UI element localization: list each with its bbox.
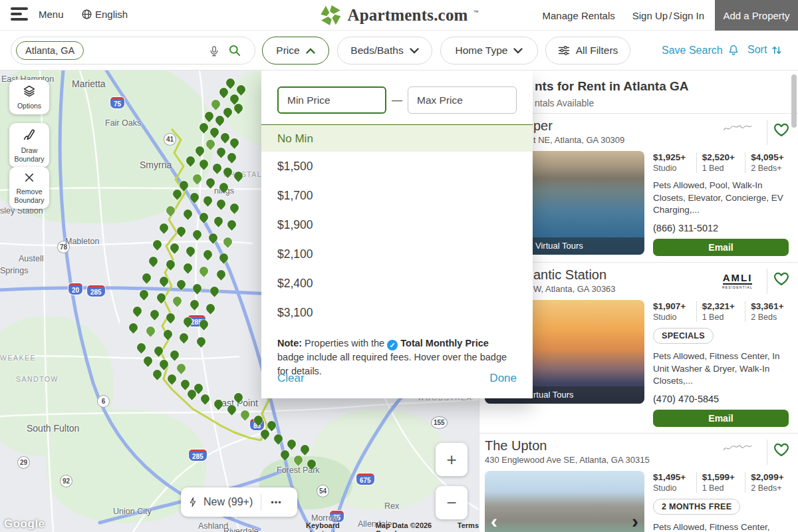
beds-baths-filter-button[interactable]: Beds/Baths — [337, 37, 432, 65]
new-listings-button[interactable]: New (99+) ••• — [181, 487, 297, 517]
email-button[interactable]: Email — [653, 239, 789, 256]
more-options-icon[interactable]: ••• — [267, 497, 286, 507]
divider — [696, 472, 697, 493]
listing-title[interactable]: The Upton — [485, 438, 650, 454]
phone-number[interactable]: (866) 311-5012 — [653, 223, 789, 233]
hamburger-menu-icon[interactable] — [11, 7, 29, 23]
special-offer-badge: SPECIALS — [653, 328, 714, 344]
min-price-input[interactable] — [277, 86, 386, 114]
total-monthly-price-badge-icon: ✓ — [387, 340, 398, 350]
search-icon[interactable] — [228, 44, 241, 60]
listing-photo[interactable]: ‹› — [485, 471, 644, 532]
price-cell: $2,520+1 Bed — [702, 152, 740, 173]
phone-number[interactable]: (470) 470-5845 — [653, 394, 789, 404]
amli-logo: AMLIRESIDENTIAL — [717, 272, 758, 290]
price-value: $4,095+ — [751, 152, 789, 162]
map-data-attribution[interactable]: Map Data ©2026 Google — [376, 521, 447, 532]
price-option[interactable]: $2,100 — [261, 239, 533, 269]
all-filters-button[interactable]: All Filters — [545, 37, 630, 65]
language-selector[interactable]: English — [95, 9, 128, 20]
apartments-search-page: Menu English Apartments.com™ Manage Rent… — [0, 0, 798, 532]
sign-in-link[interactable]: Sign In — [673, 10, 704, 21]
price-value: $2,321+ — [702, 301, 740, 311]
sign-up-link[interactable]: Sign Up — [632, 10, 668, 21]
map-attribution: Keyboard shortcutsMap Data ©2026 GoogleT… — [306, 521, 479, 532]
map-place-label: Rex — [384, 501, 399, 511]
unit-type-label: Studio — [653, 164, 691, 173]
price-row: $1,495+Studio$1,599+1 Bed$2,099+2 Beds+ — [653, 472, 789, 493]
sort-link[interactable]: Sort — [747, 44, 782, 56]
special-offer-badge: 2 MONTHS FREE — [653, 499, 740, 515]
highway-shield: 54 — [317, 485, 329, 497]
apartments-logo[interactable]: Apartments.com™ — [319, 4, 478, 27]
carousel-next-icon[interactable]: › — [632, 511, 638, 531]
done-button[interactable]: Done — [489, 372, 517, 385]
listing-address: W, Atlanta, GA 30363 — [533, 284, 616, 294]
save-search-link[interactable]: Save Search — [662, 44, 739, 57]
amenities-text: Pets Allowed, Pool, Walk-In Closets, Ele… — [653, 180, 789, 217]
listing-brand-logo — [717, 443, 758, 456]
chevron-down-icon — [513, 48, 523, 54]
listing-brand-logo — [717, 123, 758, 136]
highway-shield: 29 — [17, 456, 30, 469]
divider — [767, 440, 767, 465]
sort-arrows-icon — [771, 45, 782, 56]
price-option[interactable]: $3,100 — [261, 298, 533, 327]
zoom-out-button[interactable]: − — [436, 486, 467, 519]
pinwheel-icon — [319, 4, 342, 27]
location-chip[interactable]: Atlanta, GA — [16, 41, 84, 60]
zoom-in-button[interactable]: + — [436, 443, 467, 476]
remove-boundary-button[interactable]: RemoveBoundary — [9, 167, 49, 209]
menu-label[interactable]: Menu — [39, 9, 64, 20]
divider — [745, 152, 745, 173]
carousel-prev-icon[interactable]: ‹ — [491, 511, 497, 531]
price-value: $1,599+ — [702, 472, 740, 482]
price-range-separator: — — [386, 94, 408, 106]
terms-link[interactable]: Terms — [458, 521, 479, 532]
add-property-button[interactable]: Add a Property — [715, 0, 798, 31]
highway-shield: 285 — [87, 285, 105, 297]
microphone-icon[interactable] — [208, 44, 220, 61]
highway-shield: 75 — [110, 97, 124, 108]
favorite-heart-icon[interactable] — [773, 121, 790, 141]
price-row: $1,907+Studio$2,321+1 Bed$3,361+2 Beds — [653, 301, 789, 322]
listing-address: t NE, Atlanta, GA 30309 — [533, 135, 624, 145]
listing-title[interactable]: per — [533, 118, 624, 134]
price-option[interactable]: $1,500 — [261, 152, 533, 181]
clear-button[interactable]: Clear — [277, 372, 305, 385]
price-value: $1,495+ — [653, 472, 691, 482]
price-option-no-min[interactable]: No Min — [261, 124, 533, 152]
filter-bar: Atlanta, GA Price Beds/Baths Home Type A… — [0, 31, 798, 70]
price-option[interactable]: $1,700 — [261, 181, 533, 210]
lightning-icon — [188, 495, 198, 509]
highway-shield: 675 — [356, 473, 374, 485]
map-place-label: Austell — [19, 254, 44, 263]
price-cell: $2,099+2 Beds+ — [751, 472, 789, 493]
map-options-button[interactable]: Options — [9, 80, 49, 114]
globe-icon — [81, 9, 92, 23]
panel-scrollbar[interactable] — [791, 74, 797, 128]
amenities-text: Pets Allowed, Fitness Center, In Unit Wa… — [653, 350, 789, 388]
divider — [696, 152, 697, 173]
favorite-heart-icon[interactable] — [773, 441, 790, 461]
location-search-input[interactable]: Atlanta, GA — [11, 37, 255, 65]
map-place-label: SANDTOW — [16, 375, 59, 383]
price-option[interactable]: $1,900 — [261, 210, 533, 239]
price-option[interactable]: $2,400 — [261, 269, 533, 298]
divider — [745, 472, 745, 493]
unit-type-label: Studio — [653, 313, 691, 322]
max-price-input[interactable] — [408, 86, 517, 114]
email-button[interactable]: Email — [653, 410, 789, 427]
favorite-heart-icon[interactable] — [773, 270, 790, 290]
highway-shield: 20 — [68, 283, 82, 295]
listing-title[interactable]: antic Station — [533, 267, 616, 283]
manage-rentals-link[interactable]: Manage Rentals — [543, 10, 615, 21]
draw-boundary-button[interactable]: DrawBoundary — [9, 123, 49, 168]
price-cell: $3,361+2 Beds — [751, 301, 789, 322]
chevron-down-icon — [410, 48, 419, 54]
listing-card: The Upton430 Englewood Ave SE, Atlanta, … — [479, 433, 798, 532]
keyboard-shortcuts-link[interactable]: Keyboard shortcuts — [306, 521, 365, 532]
price-value: $2,099+ — [751, 472, 789, 482]
price-filter-button[interactable]: Price — [262, 37, 329, 65]
home-type-filter-button[interactable]: Home Type — [440, 37, 538, 65]
